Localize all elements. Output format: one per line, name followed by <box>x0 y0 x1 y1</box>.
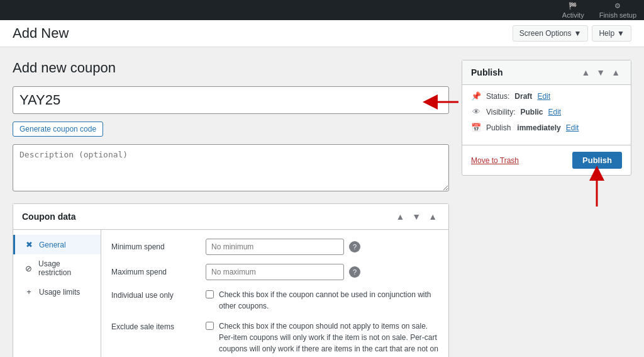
individual-use-checkbox[interactable] <box>206 290 214 298</box>
help-label: Help <box>599 29 614 38</box>
publish-time-row: 📅 Publish immediately Edit <box>471 123 622 132</box>
finish-setup-nav-item[interactable]: ⚙ Finish setup <box>592 0 644 20</box>
screen-options-label: Screen Options <box>519 29 572 38</box>
move-to-trash-link[interactable]: Move to Trash <box>471 156 519 165</box>
coupon-data-body: ✖ General ⊘ Usage restriction + Usage li… <box>13 230 448 357</box>
coupon-data-collapse-up-button[interactable]: ▲ <box>393 210 407 223</box>
coupon-data-title: Coupon data <box>22 212 76 222</box>
publish-box-footer: Move to Trash Publish <box>462 145 631 175</box>
left-column: Add new coupon Generate coupon code Coup <box>13 60 449 357</box>
top-navigation: 🏁 Activity ⚙ Finish setup <box>0 0 644 20</box>
generate-coupon-code-button[interactable]: Generate coupon code <box>13 122 103 137</box>
exclude-sale-items-label: Exclude sale items <box>111 320 206 331</box>
maximum-spend-label: Maximum spend <box>111 264 206 276</box>
publish-collapse-down-button[interactable]: ▼ <box>594 67 607 78</box>
coupon-data-controls: ▲ ▼ ▲ <box>393 210 440 223</box>
publish-box-controls: ▲ ▼ ▲ <box>579 67 622 78</box>
maximum-spend-row: Maximum spend ? <box>111 264 438 280</box>
maximum-spend-help-icon[interactable]: ? <box>349 266 360 278</box>
maximum-spend-field: ? <box>206 264 438 280</box>
minimum-spend-row: Minimum spend ? <box>111 239 438 255</box>
status-icon: 📌 <box>471 91 481 101</box>
publish-box-title: Publish <box>471 67 503 77</box>
individual-use-label: Individual use only <box>111 289 206 300</box>
status-value: Draft <box>514 92 532 101</box>
coupon-data-minimize-button[interactable]: ▲ <box>426 210 440 223</box>
individual-use-field: Check this box if the coupon cannot be u… <box>206 289 438 312</box>
page-title: Add New <box>13 25 69 42</box>
finish-setup-icon: ⚙ <box>614 2 621 10</box>
visibility-icon: 👁 <box>471 107 481 116</box>
usage-restriction-tab-label: Usage restriction <box>38 259 92 277</box>
publish-minimize-button[interactable]: ▲ <box>609 67 622 78</box>
coupon-data-header: Coupon data ▲ ▼ ▲ <box>13 204 448 230</box>
activity-label: Activity <box>562 11 584 19</box>
visibility-row: 👁 Visibility: Public Edit <box>471 107 622 116</box>
right-column: Publish ▲ ▼ ▲ 📌 Status: Draft Edit 👁 <box>462 60 631 357</box>
coupon-code-input[interactable] <box>13 86 449 114</box>
screen-options-button[interactable]: Screen Options ▼ <box>513 25 589 42</box>
visibility-edit-link[interactable]: Edit <box>548 108 561 116</box>
publish-button-wrapper: Publish <box>572 152 622 169</box>
exclude-sale-items-row: Exclude sale items Check this box if the… <box>111 320 438 357</box>
finish-setup-label: Finish setup <box>599 11 636 19</box>
usage-restriction-tab-icon: ⊘ <box>24 264 33 273</box>
exclude-sale-items-description: Check this box if the coupon should not … <box>219 320 438 357</box>
status-edit-link[interactable]: Edit <box>537 92 550 101</box>
usage-limits-tab-icon: + <box>24 287 34 297</box>
red-arrow-annotation-input <box>424 89 462 115</box>
status-label: Status: <box>486 92 509 101</box>
screen-options-chevron-icon: ▼ <box>574 29 582 38</box>
minimum-spend-label: Minimum spend <box>111 239 206 251</box>
publish-box-body: 📌 Status: Draft Edit 👁 Visibility: Publi… <box>462 85 631 145</box>
visibility-label: Visibility: <box>486 108 515 116</box>
publish-box-header: Publish ▲ ▼ ▲ <box>462 60 631 85</box>
publish-collapse-up-button[interactable]: ▲ <box>579 67 592 78</box>
activity-icon: 🏁 <box>569 2 577 10</box>
page-title-bar: Add New Screen Options ▼ Help ▼ <box>0 20 644 47</box>
help-button[interactable]: Help ▼ <box>592 25 631 42</box>
tab-general[interactable]: ✖ General <box>13 235 101 254</box>
help-chevron-icon: ▼ <box>617 29 625 38</box>
coupon-tabs: ✖ General ⊘ Usage restriction + Usage li… <box>13 230 101 357</box>
add-new-coupon-heading: Add new coupon <box>13 60 449 76</box>
coupon-data-box: Coupon data ▲ ▼ ▲ ✖ General ⊘ Usage res <box>13 203 449 357</box>
coupon-data-collapse-down-button[interactable]: ▼ <box>409 210 423 223</box>
coupon-tab-general-content: Minimum spend ? Maximum spend ? <box>101 230 448 357</box>
publish-time-label: Publish <box>486 123 511 132</box>
visibility-value: Public <box>520 108 543 116</box>
generate-btn-label: Generate coupon code <box>19 125 96 133</box>
usage-limits-tab-label: Usage limits <box>39 288 80 297</box>
individual-use-description: Check this box if the coupon cannot be u… <box>219 289 438 312</box>
minimum-spend-help-icon[interactable]: ? <box>349 241 360 252</box>
main-content: Add new coupon Generate coupon code Coup <box>0 47 644 357</box>
individual-use-row: Individual use only Check this box if th… <box>111 289 438 312</box>
activity-nav-item[interactable]: 🏁 Activity <box>555 0 592 20</box>
publish-time-value: immediately <box>517 123 560 132</box>
red-arrow-annotation-publish <box>578 166 616 210</box>
status-row: 📌 Status: Draft Edit <box>471 91 622 101</box>
general-tab-label: General <box>39 241 66 249</box>
general-tab-icon: ✖ <box>24 240 34 249</box>
exclude-sale-items-field: Check this box if the coupon should not … <box>206 320 438 357</box>
publish-box: Publish ▲ ▼ ▲ 📌 Status: Draft Edit 👁 <box>462 60 631 176</box>
description-textarea[interactable] <box>13 144 449 191</box>
exclude-sale-items-checkbox[interactable] <box>206 322 214 330</box>
screen-help-buttons: Screen Options ▼ Help ▼ <box>513 25 631 42</box>
minimum-spend-field: ? <box>206 239 438 255</box>
tab-usage-restriction[interactable]: ⊘ Usage restriction <box>13 254 101 282</box>
publish-time-edit-link[interactable]: Edit <box>566 123 579 132</box>
calendar-icon: 📅 <box>471 123 481 132</box>
maximum-spend-input[interactable] <box>206 264 344 280</box>
minimum-spend-input[interactable] <box>206 239 344 255</box>
tab-usage-limits[interactable]: + Usage limits <box>13 282 101 302</box>
